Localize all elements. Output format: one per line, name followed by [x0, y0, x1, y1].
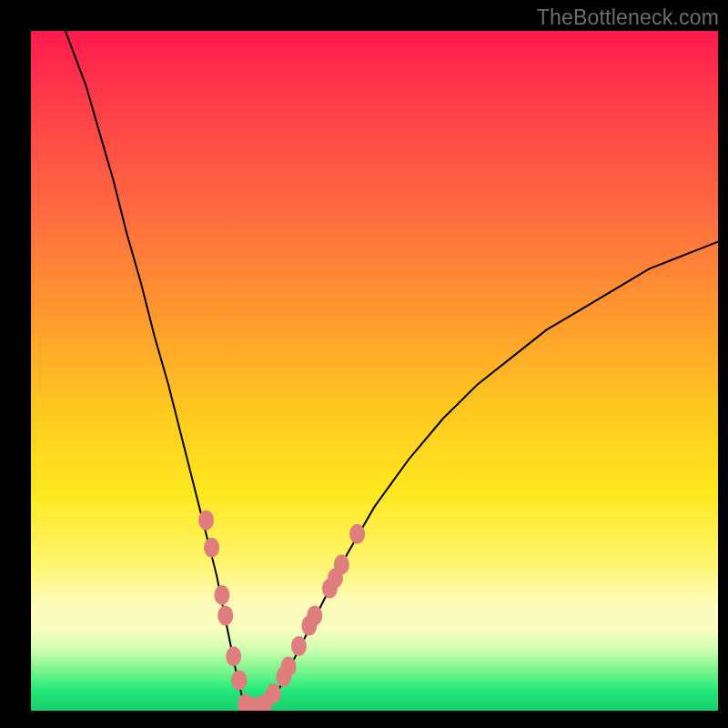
curve-marker	[334, 554, 349, 574]
curve-marker	[291, 636, 307, 656]
curve-marker	[328, 568, 343, 588]
curve-marker	[250, 697, 266, 711]
bottleneck-curve	[31, 31, 718, 711]
curve-marker	[307, 605, 322, 625]
curve-marker	[226, 646, 241, 666]
curve-marker	[204, 538, 219, 558]
chart-frame: TheBottleneck.com	[0, 0, 728, 728]
marker-layer	[198, 511, 365, 711]
curve-marker	[217, 605, 233, 625]
curve-marker	[214, 585, 229, 605]
curve-marker	[281, 656, 297, 676]
curve-marker	[349, 524, 365, 544]
curve-marker	[238, 694, 253, 712]
watermark-text: TheBottleneck.com	[537, 5, 719, 30]
curve-marker	[276, 667, 291, 687]
curve-marker	[322, 579, 338, 599]
curve-marker	[301, 616, 317, 636]
curve-marker	[257, 694, 272, 712]
curve-line	[66, 31, 718, 707]
curve-marker	[231, 670, 247, 690]
curve-marker	[198, 511, 214, 531]
curve-marker	[266, 683, 281, 703]
curve-marker	[243, 697, 258, 711]
plot-area	[31, 31, 718, 711]
